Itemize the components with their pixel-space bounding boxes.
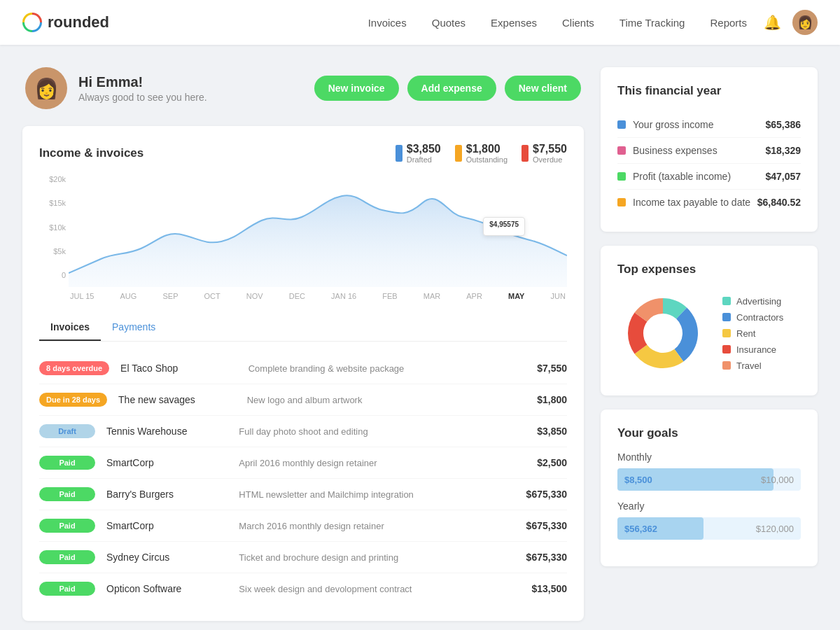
fin-value: $47,057 <box>765 171 801 182</box>
invoice-badge: 8 days overdue <box>39 361 109 375</box>
donut-legend-dot <box>722 329 731 337</box>
top-expenses-card: Top expenses Advertising Contractors Ren… <box>601 246 818 396</box>
user-avatar[interactable]: 👩 <box>792 10 818 35</box>
legend-dot-blue <box>396 145 402 162</box>
yearly-target: $120,000 <box>756 524 794 534</box>
invoice-description: New logo and album artwork <box>247 395 504 405</box>
fin-dot <box>617 146 626 155</box>
new-invoice-button[interactable]: New invoice <box>314 76 399 101</box>
x-nov: NOV <box>246 292 263 300</box>
invoice-badge: Due in 28 days <box>39 393 107 407</box>
fin-value: $65,386 <box>765 119 801 130</box>
x-sep: SEP <box>162 292 178 300</box>
donut-legend-item: Contractors <box>722 312 783 323</box>
donut-legend-dot <box>722 345 731 354</box>
x-aug: AUG <box>120 292 137 300</box>
invoice-row[interactable]: Due in 28 days The new savages New logo … <box>39 384 567 416</box>
fin-value: $18,329 <box>765 145 801 156</box>
invoice-amount: $13,500 <box>504 583 567 594</box>
invoice-amount: $2,500 <box>504 457 567 468</box>
logo-text: rounded <box>48 13 109 31</box>
invoice-row[interactable]: Paid Barry's Burgers HTML newsletter and… <box>39 479 567 510</box>
fin-dot <box>617 172 626 181</box>
invoice-amount: $675,330 <box>504 489 567 500</box>
invoice-description: Six week design and devolopment contract <box>239 584 504 594</box>
donut-legend-dot <box>722 297 731 305</box>
nav-quotes[interactable]: Quotes <box>432 17 465 29</box>
y-label-20k: $20k <box>39 175 66 183</box>
goals-title: Your goals <box>617 426 801 440</box>
nav-links: Invoices Quotes Expenses Clients Time Tr… <box>368 17 747 29</box>
invoice-badge: Draft <box>39 424 95 438</box>
left-panel: 👩 Hi Emma! Always good to see you here. … <box>22 67 584 630</box>
x-oct: OCT <box>204 292 220 300</box>
nav-reports[interactable]: Reports <box>710 17 747 29</box>
invoice-row[interactable]: Paid SmartCorp March 2016 monthly design… <box>39 510 567 542</box>
invoice-row[interactable]: Paid Opticon Software Six week design an… <box>39 573 567 604</box>
invoice-row[interactable]: Paid SmartCorp April 2016 monthly design… <box>39 447 567 479</box>
legend-dot-red <box>522 145 528 162</box>
invoice-description: Ticket and brochure design and printing <box>239 552 504 563</box>
nav-invoices[interactable]: Invoices <box>368 17 407 29</box>
invoice-row[interactable]: Draft Tennis Warehouse Full day photo sh… <box>39 416 567 447</box>
legend-overdue-values: $7,550 Overdue <box>533 143 567 164</box>
donut-container: Advertising Contractors Rent Insurance T… <box>617 288 801 379</box>
financial-year-rows: Your gross income $65,386 Business expen… <box>617 112 801 215</box>
donut-legend-label: Contractors <box>736 312 783 323</box>
chart-container: $20k $15k $10k $5k 0 <box>39 175 567 300</box>
donut-legend-label: Insurance <box>736 344 776 355</box>
invoice-amount: $1,800 <box>504 394 567 405</box>
yearly-period: Yearly <box>617 500 801 512</box>
financial-year-row: Business expenses $18,329 <box>617 138 801 164</box>
right-panel: This financial year Your gross income $6… <box>601 67 818 630</box>
financial-year-card: This financial year Your gross income $6… <box>601 67 818 232</box>
legend-drafted: $3,850 Drafted <box>396 143 441 164</box>
y-label-15k: $15k <box>39 199 66 207</box>
greeting-text: Hi Emma! <box>78 74 207 90</box>
donut-legend-label: Advertising <box>736 296 781 307</box>
header-left: 👩 Hi Emma! Always good to see you here. <box>25 67 207 109</box>
x-jan: JAN 16 <box>331 292 356 300</box>
bell-icon[interactable]: 🔔 <box>764 14 781 31</box>
header-buttons: New invoice Add expense New client <box>314 76 581 101</box>
top-expenses-title: Top expenses <box>617 262 801 276</box>
new-client-button[interactable]: New client <box>505 76 581 101</box>
tab-payments[interactable]: Payments <box>101 314 167 341</box>
legend-drafted-values: $3,850 Drafted <box>407 143 441 164</box>
invoice-badge: Paid <box>39 519 95 533</box>
donut-legend-item: Rent <box>722 328 783 339</box>
donut-chart <box>617 288 708 379</box>
y-label-10k: $10k <box>39 223 66 232</box>
monthly-target: $10,000 <box>761 475 794 485</box>
donut-legend-label: Rent <box>736 328 755 339</box>
monthly-goal: Monthly $8,500 $10,000 <box>617 451 801 491</box>
x-jul: JUL 15 <box>70 292 94 300</box>
page-header: 👩 Hi Emma! Always good to see you here. … <box>22 67 584 109</box>
fin-label: Your gross income <box>633 119 765 130</box>
invoice-client: SmartCorp <box>106 457 239 468</box>
nav-time-tracking[interactable]: Time Tracking <box>620 17 685 29</box>
invoice-amount: $7,550 <box>504 363 567 374</box>
tab-invoices[interactable]: Invoices <box>39 314 101 341</box>
invoice-amount: $675,330 <box>504 552 567 563</box>
nav-expenses[interactable]: Expenses <box>491 17 537 29</box>
invoice-client: The new savages <box>118 394 247 405</box>
monthly-period: Monthly <box>617 451 801 463</box>
invoice-description: Complete branding & website package <box>248 363 504 374</box>
logo[interactable]: rounded <box>22 13 109 32</box>
add-expense-button[interactable]: Add expense <box>407 76 496 101</box>
financial-year-row: Profit (taxable income) $47,057 <box>617 164 801 190</box>
monthly-current: $8,500 <box>624 475 652 485</box>
nav-clients[interactable]: Clients <box>562 17 594 29</box>
invoice-amount: $3,850 <box>504 426 567 437</box>
fin-label: Profit (taxable income) <box>633 171 765 182</box>
invoice-description: April 2016 monthly design retainer <box>239 458 504 468</box>
invoice-client: Tennis Warehouse <box>106 426 239 437</box>
invoice-row[interactable]: 8 days overdue El Taco Shop Complete bra… <box>39 353 567 384</box>
invoice-row[interactable]: Paid Sydney Circus Ticket and brochure d… <box>39 542 567 573</box>
chart-tooltip: $4,95575 <box>483 217 525 236</box>
invoice-amount: $675,330 <box>504 520 567 531</box>
fin-value: $6,840.52 <box>757 197 801 208</box>
chart-y-labels: $20k $15k $10k $5k 0 <box>39 175 69 279</box>
x-feb: FEB <box>382 292 397 300</box>
